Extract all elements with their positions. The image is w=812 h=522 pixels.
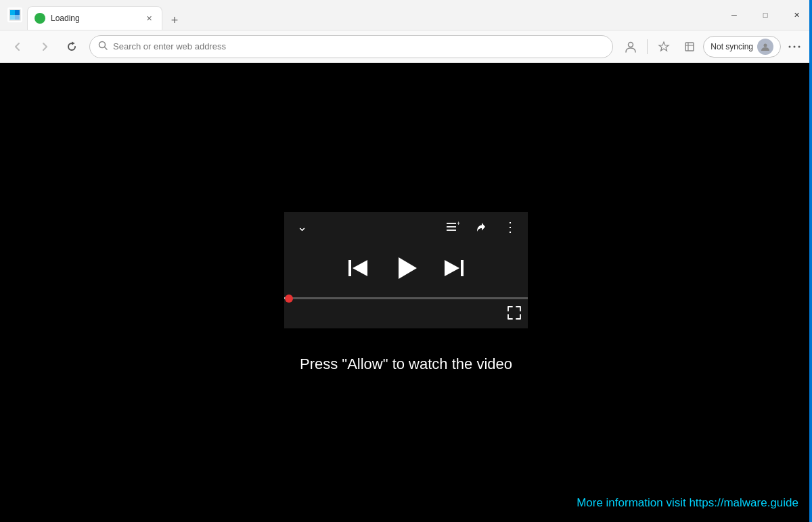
progress-track[interactable] <box>284 297 528 299</box>
player-progress-bar[interactable] <box>284 297 528 306</box>
video-player[interactable]: ⌄ + ⋮ <box>284 212 528 328</box>
svg-point-7 <box>37 15 43 22</box>
player-bottom-bar <box>284 306 528 328</box>
svg-rect-25 <box>461 260 464 276</box>
svg-rect-22 <box>348 260 351 276</box>
toolbar-divider-1 <box>647 39 648 54</box>
player-top-right: + ⋮ <box>444 217 520 236</box>
svg-rect-5 <box>10 15 15 20</box>
player-controls-area <box>284 242 528 297</box>
search-icon <box>98 41 108 52</box>
tab-title: Loading <box>51 14 137 23</box>
maximize-button[interactable]: □ <box>750 0 781 30</box>
player-more-button[interactable]: ⋮ <box>501 217 520 236</box>
back-button[interactable] <box>5 35 30 59</box>
window-controls: ─ □ ✕ <box>719 0 812 30</box>
svg-rect-3 <box>10 10 15 15</box>
toolbar-right: Not syncing <box>618 35 807 59</box>
player-share-button[interactable] <box>472 217 491 236</box>
main-content: ⌄ + ⋮ <box>0 63 812 522</box>
address-bar[interactable] <box>89 35 613 58</box>
new-tab-button[interactable]: + <box>165 11 184 30</box>
svg-point-17 <box>798 45 800 47</box>
player-top-bar: ⌄ + ⋮ <box>284 212 528 242</box>
svg-rect-6 <box>15 15 20 20</box>
minimize-button[interactable]: ─ <box>719 0 750 30</box>
title-bar: Loading ✕ + ─ □ ✕ <box>0 0 812 30</box>
svg-rect-11 <box>685 43 694 51</box>
progress-dot[interactable] <box>285 295 293 303</box>
browser-icon <box>5 5 24 24</box>
toolbar: Not syncing <box>0 30 812 63</box>
svg-line-9 <box>105 47 108 50</box>
tab-close-button[interactable]: ✕ <box>143 12 155 24</box>
favorites-button[interactable] <box>652 35 676 59</box>
people-button[interactable] <box>618 35 643 59</box>
fullscreen-button[interactable] <box>508 306 521 323</box>
player-chevron-down[interactable]: ⌄ <box>292 217 311 236</box>
address-input[interactable] <box>113 41 604 51</box>
not-syncing-label: Not syncing <box>710 42 753 51</box>
svg-point-16 <box>794 45 796 47</box>
svg-marker-24 <box>399 257 417 279</box>
footer-link[interactable]: More information visit https://malware.g… <box>577 496 798 510</box>
profile-avatar <box>757 39 773 55</box>
svg-marker-26 <box>445 260 459 276</box>
svg-text:+: + <box>457 221 460 227</box>
allow-text: Press "Allow" to watch the video <box>300 355 512 373</box>
more-button[interactable] <box>782 35 807 59</box>
forward-button[interactable] <box>32 35 57 59</box>
refresh-button[interactable] <box>60 35 84 59</box>
tab-favicon <box>35 13 45 24</box>
not-syncing-button[interactable]: Not syncing <box>703 36 781 58</box>
prev-button[interactable] <box>348 259 369 278</box>
svg-point-10 <box>629 42 633 47</box>
play-button[interactable] <box>393 255 419 281</box>
collections-button[interactable] <box>677 35 702 59</box>
next-button[interactable] <box>443 259 464 278</box>
active-tab[interactable]: Loading ✕ <box>27 6 162 30</box>
tab-strip: Loading ✕ + <box>27 0 719 30</box>
svg-point-15 <box>789 45 791 47</box>
svg-point-14 <box>764 43 767 47</box>
svg-marker-23 <box>353 260 367 276</box>
close-button[interactable]: ✕ <box>781 0 812 30</box>
title-bar-left <box>0 5 24 24</box>
player-queue-button[interactable]: + <box>444 217 463 236</box>
edge-accent <box>809 0 812 522</box>
svg-rect-4 <box>15 10 20 15</box>
